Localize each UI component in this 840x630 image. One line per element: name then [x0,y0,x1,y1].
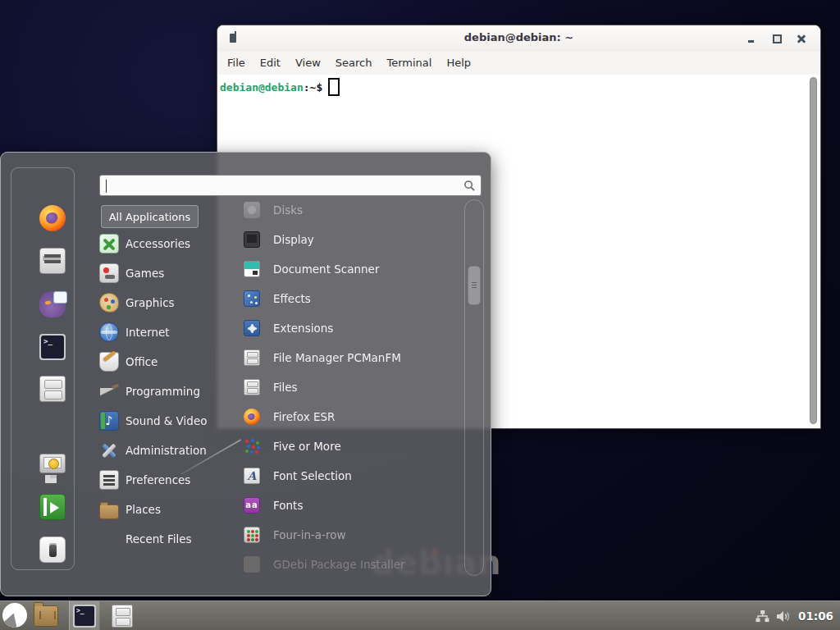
minimize-icon [748,40,754,43]
menu-search[interactable]: Search [328,52,380,75]
terminal-titlebar[interactable]: debian@debian: ~ [217,25,820,52]
taskbar-menu-button[interactable] [2,603,27,628]
monitor-stand [50,475,57,478]
gdebi-icon [244,556,260,573]
search-input[interactable] [105,177,453,195]
category-administration[interactable]: Administration [96,436,219,465]
category-recent-files[interactable]: Recent Files [96,524,219,554]
category-preferences[interactable]: Preferences [96,465,219,495]
display-icon [244,231,260,248]
taskbar: >_ 01:06 [0,600,840,630]
control-center-icon[interactable] [39,248,66,274]
menu-scrollbar-track[interactable] [464,199,484,576]
effects-icon [244,290,260,307]
office-icon [99,352,119,372]
menu-terminal[interactable]: Terminal [379,52,439,75]
files-task-icon [112,605,133,628]
internet-icon [99,322,119,342]
app-display[interactable]: Display [233,225,461,254]
menu-search-box[interactable] [99,175,482,196]
category-sound-video[interactable]: ♪Sound & Video [96,406,219,436]
menu-help[interactable]: Help [439,52,478,75]
lock-emblem [48,459,59,469]
app-disks[interactable]: Disks [233,195,461,225]
maximize-button[interactable] [769,31,784,46]
terminal-cursor [328,78,340,96]
app-files[interactable]: Files [233,372,461,402]
recent-files-spacer [99,529,119,549]
firefox-esr-icon [244,409,260,425]
accessories-icon [99,234,119,253]
games-icon [99,263,119,283]
prompt-user: debian@debian [220,81,304,94]
close-button[interactable] [794,31,809,46]
app-five-or-more[interactable]: Five or More [233,431,461,461]
four-in-a-row-icon [244,527,260,543]
menu-file[interactable]: File [220,52,253,75]
taskbar-clock: 01:06 [798,609,833,623]
terminal-launcher-icon[interactable]: >_ [39,334,66,360]
category-graphics[interactable]: Graphics [96,288,219,317]
app-effects[interactable]: Effects [233,284,461,313]
app-fonts[interactable]: aaFonts [233,491,461,520]
minimize-button[interactable] [743,31,758,46]
application-menu: >_ All Applications Accessories Games Gr… [0,152,491,596]
menu-view[interactable]: View [288,52,328,75]
lock-screen-icon[interactable] [39,454,66,473]
terminal-scrollbar[interactable] [810,77,817,424]
app-four-in-a-row[interactable]: Four-in-a-row [233,520,461,550]
all-applications-button[interactable]: All Applications [101,205,199,228]
sound-video-icon: ♪ [99,411,119,431]
font-a-glyph: A [248,469,257,482]
all-applications-label: All Applications [109,211,191,223]
shutdown-icon[interactable] [39,536,66,563]
graphics-icon [99,293,119,313]
taskbar-terminal-task[interactable]: >_ [69,601,100,630]
app-firefox-esr[interactable]: Firefox ESR [233,402,461,431]
pcmanfm-icon [244,349,260,366]
terminal-window-title: debian@debian: ~ [217,31,820,43]
network-icon[interactable] [756,609,769,623]
extensions-icon [244,320,260,336]
category-games[interactable]: Games [96,258,219,288]
font-selection-icon: A [244,468,260,484]
category-places[interactable]: Places [96,495,219,524]
menu-scrollbar-thumb[interactable] [468,266,481,305]
firefox-icon[interactable] [39,205,66,231]
prompt-suffix: :~$ [304,81,322,94]
pidgin-icon[interactable] [39,291,66,317]
app-document-scanner[interactable]: Document Scanner [233,254,461,284]
search-icon [463,180,476,192]
volume-icon[interactable] [776,609,792,623]
app-extensions[interactable]: Extensions [233,313,461,343]
application-list: Disks Display Document Scanner Effects E… [233,195,461,579]
terminal-scrollbar-thumb[interactable] [810,77,817,424]
category-office[interactable]: Office [96,347,219,377]
preferences-icon [99,470,119,490]
menu-sidebar: >_ [11,167,75,570]
taskbar-files-button[interactable] [110,605,133,628]
category-accessories[interactable]: Accessories [96,229,219,258]
app-font-selection[interactable]: AFont Selection [233,461,461,491]
fonts-aa-glyph: aa [245,500,258,509]
note-glyph: ♪ [105,413,113,428]
taskbar-file-manager-button[interactable] [34,605,58,627]
administration-icon [99,441,119,460]
text-caret [106,180,107,193]
category-list: Accessories Games Graphics Internet Offi… [96,229,219,554]
disks-icon [244,202,260,218]
terminal-prompt: debian@debian:~$ [220,78,340,96]
programming-icon [99,381,119,401]
app-file-manager-pcmanfm[interactable]: File Manager PCManFM [233,343,461,372]
logout-icon[interactable] [39,494,66,520]
fonts-icon: aa [244,497,260,514]
menu-edit[interactable]: Edit [253,52,288,75]
file-manager-icon[interactable] [39,376,66,402]
category-programming[interactable]: Programming [96,377,219,406]
category-internet[interactable]: Internet [96,317,219,347]
app-gdebi[interactable]: GDebi Package Installer [233,550,461,579]
places-icon [99,504,119,519]
terminal-menubar: File Edit View Search Terminal Help [217,52,820,75]
maximize-icon [773,34,782,43]
document-scanner-icon [244,261,260,277]
